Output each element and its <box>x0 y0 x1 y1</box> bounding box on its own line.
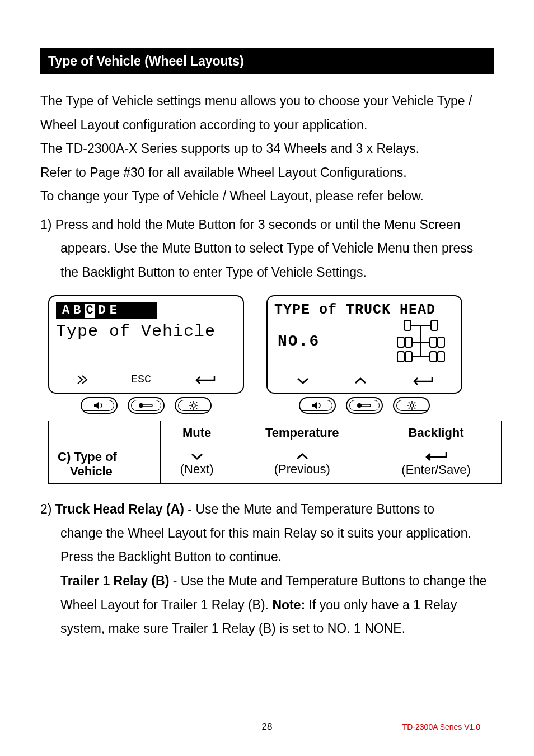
up-chevron-icon <box>295 452 310 461</box>
svg-point-27 <box>410 404 414 407</box>
svg-rect-11 <box>404 320 411 330</box>
lcd1-bottom-row: ESC <box>56 373 236 386</box>
intro-text-2: The TD-2300A-X Series supports up to 34 … <box>40 137 494 161</box>
enter-arrow-icon <box>411 376 433 386</box>
temp-caption: (Previous) <box>274 462 330 477</box>
step1-body: appears. Use the Mute Button to select T… <box>40 236 494 284</box>
th-empty <box>49 421 161 445</box>
svg-rect-13 <box>397 337 404 347</box>
row-label: C) Type of Vehicle <box>49 445 161 484</box>
svg-rect-14 <box>405 337 412 347</box>
svg-rect-1 <box>142 404 152 407</box>
lcd2-bottom-row <box>274 376 455 386</box>
svg-line-35 <box>409 408 410 409</box>
svg-line-9 <box>196 402 197 403</box>
lcd-screen-truckhead: TYPE of TRUCK HEAD NO.6 <box>266 295 462 414</box>
lcd1-title: Type of Vehicle <box>56 322 236 373</box>
step1-text-start: Press and hold the Mute Button for 3 sec… <box>55 217 461 232</box>
mute-icon <box>93 401 105 410</box>
svg-point-2 <box>192 404 195 407</box>
mute-button[interactable] <box>81 397 118 414</box>
tab-b: B <box>73 304 81 318</box>
table-row: C) Type of Vehicle (Next) (Previous) <box>49 445 502 484</box>
step2-body: change the Wheel Layout for this main Re… <box>40 521 494 641</box>
svg-point-0 <box>139 403 143 408</box>
intro-text-4: To change your Type of Vehicle / Wheel L… <box>40 184 494 208</box>
cell-temp: (Previous) <box>233 445 371 484</box>
forward-icon <box>77 375 89 385</box>
svg-line-10 <box>190 408 191 409</box>
mute-icon <box>311 401 324 410</box>
down-chevron-icon <box>296 376 310 385</box>
relay-a-bold: Truck Head Relay (A) <box>55 502 184 516</box>
brightness-icon <box>188 400 200 410</box>
th-temperature: Temperature <box>233 421 371 445</box>
step2-prefix: 2) <box>40 502 55 516</box>
step-2: 2) Truck Head Relay (A) - Use the Mute a… <box>40 497 494 640</box>
intro-text-1: The Type of Vehicle settings menu allows… <box>40 89 494 137</box>
th-backlight: Backlight <box>371 421 502 445</box>
down-chevron-icon <box>190 452 204 461</box>
svg-line-7 <box>190 402 191 403</box>
svg-rect-12 <box>431 320 438 330</box>
step1-prefix: 1) <box>40 217 55 232</box>
lcd-frame-1: A B C D E Type of Vehicle ESC <box>48 295 244 394</box>
button-row-1 <box>48 397 244 414</box>
cell-backlight: (Enter/Save) <box>371 445 502 484</box>
button-mapping-table: Mute Temperature Backlight C) Type of Ve… <box>48 421 502 484</box>
svg-rect-19 <box>430 352 437 362</box>
thermometer-icon <box>138 402 154 409</box>
lcd2-number: NO.6 <box>274 333 380 350</box>
note-bold: Note: <box>272 598 305 612</box>
svg-rect-17 <box>397 352 404 362</box>
svg-point-25 <box>357 403 362 408</box>
cell-mute: (Next) <box>161 445 233 484</box>
truck-wheel-diagram <box>387 319 455 371</box>
relay-b-bold: Trailer 1 Relay (B) <box>60 573 169 588</box>
tab-e: E <box>110 304 118 318</box>
row-label-line1: C) Type of <box>58 450 154 464</box>
button-row-2 <box>266 397 462 414</box>
lcd-screen-menu: A B C D E Type of Vehicle ESC <box>48 295 244 414</box>
intro-text-3: Refer to Page #30 for all available Whee… <box>40 161 494 185</box>
backlight-button[interactable] <box>393 397 430 414</box>
lcd2-heading: TYPE of TRUCK HEAD <box>274 302 455 318</box>
svg-rect-15 <box>430 337 437 347</box>
svg-line-8 <box>196 408 197 409</box>
svg-rect-16 <box>438 337 444 347</box>
enter-arrow-icon <box>424 451 448 461</box>
mute-caption: (Next) <box>180 462 214 477</box>
lcd-frame-2: TYPE of TRUCK HEAD NO.6 <box>266 295 462 394</box>
svg-rect-20 <box>438 352 444 362</box>
up-chevron-icon <box>353 376 368 385</box>
document-version: TD-2300A Series V1.0 <box>402 722 480 731</box>
enter-arrow-icon <box>193 375 216 385</box>
temperature-button[interactable] <box>128 397 165 414</box>
backlight-caption: (Enter/Save) <box>401 463 471 477</box>
temperature-button[interactable] <box>346 397 383 414</box>
relay-a-text-start: - Use the Mute and Temperature Buttons t… <box>184 502 434 516</box>
esc-label: ESC <box>131 373 151 386</box>
table-header-row: Mute Temperature Backlight <box>49 421 502 445</box>
menu-tabs: A B C D E <box>56 302 157 319</box>
page-footer: 28 TD-2300A Series V1.0 <box>0 721 534 732</box>
backlight-button[interactable] <box>175 397 212 414</box>
svg-line-34 <box>414 402 415 403</box>
tab-c-selected: C <box>85 304 95 318</box>
page-number: 28 <box>262 721 273 732</box>
tab-a: A <box>62 304 70 318</box>
brightness-icon <box>406 400 418 410</box>
section-heading: Type of Vehicle (Wheel Layouts) <box>40 48 494 74</box>
step-1: 1) Press and hold the Mute Button for 3 … <box>40 213 494 284</box>
svg-rect-26 <box>360 404 371 407</box>
lcd-screens-row: A B C D E Type of Vehicle ESC <box>48 295 494 414</box>
mute-button[interactable] <box>299 397 336 414</box>
thermometer-icon <box>356 402 373 409</box>
th-mute: Mute <box>161 421 233 445</box>
row-label-line2: Vehicle <box>58 464 154 479</box>
svg-line-32 <box>409 402 410 403</box>
svg-line-33 <box>414 408 415 409</box>
tab-d: D <box>99 304 106 318</box>
svg-rect-18 <box>405 352 412 362</box>
